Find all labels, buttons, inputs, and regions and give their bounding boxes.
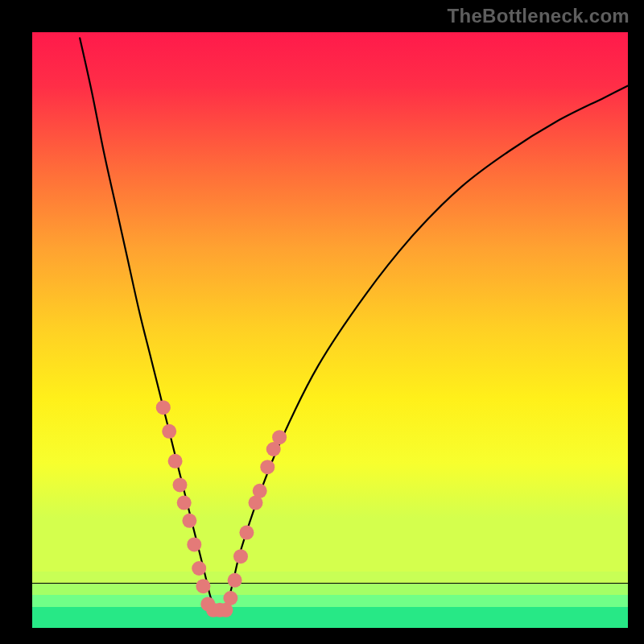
- highlight-dot: [156, 400, 171, 415]
- highlight-dot: [239, 526, 254, 540]
- highlight-dot: [223, 591, 237, 605]
- highlight-dot: [182, 514, 196, 528]
- highlight-dot: [272, 430, 287, 444]
- plot-area: [32, 32, 628, 628]
- chart-frame: TheBottleneck.com: [0, 0, 644, 644]
- highlight-dot: [253, 484, 267, 498]
- highlight-dot: [260, 460, 275, 474]
- highlight-points: [156, 400, 287, 617]
- highlight-dot: [187, 537, 201, 551]
- highlight-dot: [177, 496, 192, 510]
- bottleneck-curve: [80, 38, 628, 611]
- curve-layer: [32, 32, 628, 628]
- highlight-dot: [168, 454, 183, 469]
- highlight-dot: [196, 579, 210, 593]
- highlight-dot: [173, 477, 188, 492]
- highlight-dot: [233, 549, 248, 564]
- watermark-text: TheBottleneck.com: [448, 5, 630, 27]
- highlight-dot: [162, 424, 176, 439]
- highlight-dot: [192, 561, 206, 576]
- highlight-dot: [228, 573, 242, 588]
